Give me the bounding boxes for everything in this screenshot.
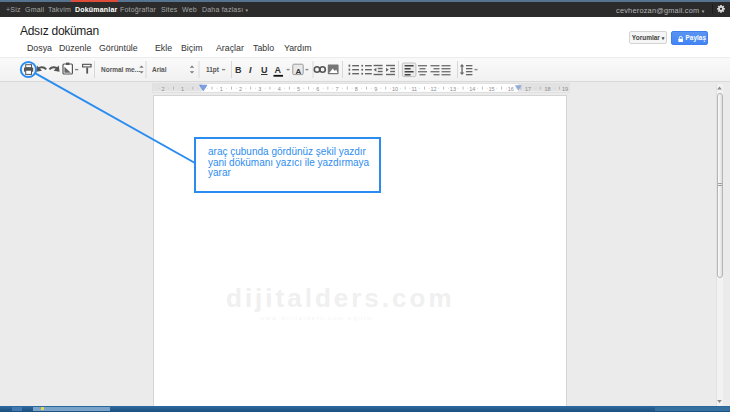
- svg-text:5: 5: [297, 86, 300, 92]
- svg-text:15: 15: [488, 86, 494, 92]
- svg-text:1: 1: [220, 86, 223, 92]
- svg-text:18: 18: [544, 86, 550, 92]
- svg-text:9: 9: [374, 86, 377, 92]
- svg-text:1: 1: [181, 86, 184, 92]
- svg-text:14: 14: [469, 86, 475, 92]
- svg-text:2: 2: [161, 86, 164, 92]
- svg-text:11: 11: [411, 86, 417, 92]
- svg-text:17: 17: [525, 86, 531, 92]
- svg-text:12: 12: [431, 86, 437, 92]
- svg-text:6: 6: [316, 86, 319, 92]
- svg-text:16: 16: [508, 86, 514, 92]
- svg-text:8: 8: [355, 86, 358, 92]
- svg-text:19: 19: [562, 86, 568, 92]
- svg-text:7: 7: [336, 86, 339, 92]
- svg-text:13: 13: [450, 86, 456, 92]
- svg-text:4: 4: [278, 86, 281, 92]
- svg-text:10: 10: [392, 86, 398, 92]
- svg-text:3: 3: [258, 86, 261, 92]
- svg-text:2: 2: [239, 86, 242, 92]
